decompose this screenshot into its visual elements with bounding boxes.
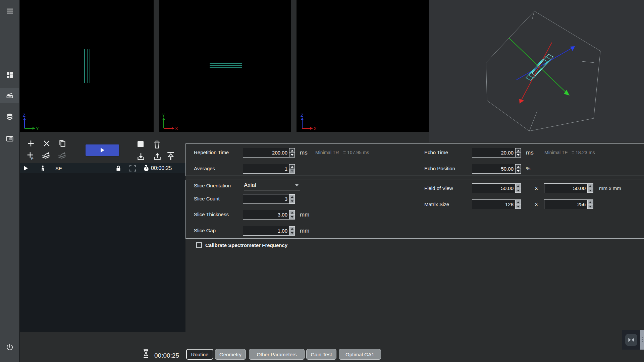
viewport-coronal[interactable]: Z Y <box>20 0 154 132</box>
stop-icon <box>137 140 144 148</box>
param-panel-acquisition: Repetition Time 200.00 ms Minimal TR = 1… <box>185 143 644 176</box>
play-icon <box>99 147 105 153</box>
delete-button[interactable] <box>153 140 161 149</box>
spin-up-button[interactable] <box>289 148 295 153</box>
fov-x-field[interactable]: 50.00 <box>472 183 521 193</box>
upload-button[interactable] <box>153 152 162 161</box>
spin-up-button[interactable] <box>515 200 521 204</box>
publish-button[interactable] <box>166 151 176 161</box>
sidebar-item-dashboard[interactable] <box>0 67 19 82</box>
process-stack-disabled-icon <box>57 151 67 160</box>
records-icon <box>6 135 14 143</box>
spin-down-button[interactable] <box>289 215 295 219</box>
add-button[interactable] <box>26 139 35 148</box>
helper-widget-icon[interactable] <box>625 334 637 346</box>
spin-down-button[interactable] <box>587 188 593 193</box>
viewport-axial[interactable]: Z X <box>297 0 429 132</box>
close-button[interactable] <box>42 139 51 148</box>
echo-time-unit: ms <box>526 149 534 156</box>
axis-indicator: Y X <box>162 113 178 131</box>
spin-down-button[interactable] <box>515 169 521 173</box>
calibrate-label: Calibrate Spectrometer Frequency <box>205 242 287 248</box>
spin-down-button[interactable] <box>515 188 521 193</box>
spin-up-button[interactable] <box>587 184 593 188</box>
process-stack-button[interactable] <box>41 151 51 160</box>
spin-down-button[interactable] <box>515 204 521 209</box>
copy-button[interactable] <box>58 139 67 148</box>
sidebar <box>0 0 20 362</box>
echo-time-field[interactable]: 20.00 <box>472 148 521 158</box>
matrix-x-field[interactable]: 128 <box>472 199 521 209</box>
slice-count-field[interactable]: 3 <box>243 194 295 204</box>
viewport-3-overlay: Z X <box>297 0 429 132</box>
fov-y-field[interactable]: 50.00 <box>544 183 593 193</box>
axis-right-label: X <box>175 126 178 131</box>
calibrate-checkbox[interactable] <box>196 242 202 248</box>
scene-3d-view[interactable] <box>429 0 644 142</box>
stop-button[interactable] <box>137 140 144 148</box>
selection-box-icon[interactable] <box>129 165 136 172</box>
slice-orientation-dropdown[interactable]: Axial <box>244 181 300 190</box>
viewport-sagittal[interactable]: Y X <box>159 0 291 132</box>
add-point-icon: P <box>26 152 35 160</box>
field-of-view-label: Field of View <box>424 185 453 191</box>
slice-lines-horizontal <box>210 64 242 68</box>
slice-gap-field[interactable]: 1.00 <box>243 226 295 236</box>
spin-down-button[interactable] <box>289 153 295 157</box>
spin-down-button[interactable] <box>515 153 521 157</box>
sequence-row[interactable]: SE 00:00:25 <box>20 163 185 173</box>
download-button[interactable] <box>136 152 146 161</box>
tab-routine[interactable]: Routine <box>186 349 213 360</box>
helper-widget-handle[interactable] <box>640 330 644 350</box>
echo-position-label: Echo Position <box>424 166 455 171</box>
power-button[interactable] <box>0 340 19 355</box>
repetition-time-field[interactable]: 200.00 <box>243 148 295 158</box>
sidebar-item-scanner[interactable] <box>0 88 19 103</box>
sequence-name: SE <box>55 166 62 171</box>
matrix-y-field[interactable]: 256 <box>544 199 593 209</box>
spin-down-button[interactable] <box>587 204 593 209</box>
echo-position-unit: % <box>526 166 530 171</box>
tab-geometry[interactable]: Geometry <box>215 349 246 360</box>
sidebar-item-records[interactable] <box>0 131 19 146</box>
repetition-time-label: Repetition Time <box>194 149 229 155</box>
slice-thickness-unit: mm <box>300 212 309 218</box>
viewport-1-overlay: Z Y <box>20 0 154 132</box>
spin-up-button[interactable] <box>289 226 295 231</box>
sequence-list-area[interactable] <box>20 173 185 332</box>
spin-up-button[interactable] <box>515 184 521 188</box>
averages-field[interactable]: 1 <box>243 164 295 174</box>
minimal-te-label: Minimal TE <box>544 150 568 155</box>
menu-button[interactable] <box>0 3 19 19</box>
slice-thickness-field[interactable]: 3.00 <box>243 210 295 220</box>
spin-up-button[interactable] <box>515 164 521 169</box>
spin-up-button[interactable] <box>587 200 593 204</box>
helper-widget-box[interactable] <box>622 330 640 350</box>
minimal-te-value: = 18.23 ms <box>572 150 595 155</box>
slice-lines-vertical <box>85 49 90 83</box>
spin-up-button[interactable] <box>289 194 295 199</box>
axis-right-label: X <box>314 126 317 131</box>
sidebar-item-database[interactable] <box>0 109 19 124</box>
menu-icon <box>6 7 14 15</box>
tab-gain-test[interactable]: Gain Test <box>306 349 336 360</box>
echo-position-field[interactable]: 50.00 <box>472 164 521 174</box>
publish-icon <box>166 151 176 161</box>
dashboard-icon <box>6 71 14 79</box>
helper-widget[interactable] <box>622 330 644 350</box>
spin-up-button[interactable] <box>515 148 521 153</box>
process-stack-icon <box>41 151 51 160</box>
axis-indicator: Z Y <box>23 113 39 131</box>
sequence-play-icon[interactable] <box>24 166 28 171</box>
spin-up-button[interactable] <box>289 210 295 215</box>
run-button[interactable] <box>86 144 119 156</box>
spin-down-button[interactable] <box>289 199 295 203</box>
close-icon <box>42 139 51 148</box>
matrix-separator: X <box>535 201 538 207</box>
add-point-button[interactable]: P <box>26 152 35 160</box>
tab-other-parameters[interactable]: Other Parameters <box>249 349 305 360</box>
spin-down-button[interactable] <box>289 231 295 235</box>
chevron-down-icon <box>295 184 299 186</box>
tab-optimal-ga1[interactable]: Optimal GA1 <box>339 349 381 360</box>
spin-up-button[interactable] <box>289 164 295 169</box>
